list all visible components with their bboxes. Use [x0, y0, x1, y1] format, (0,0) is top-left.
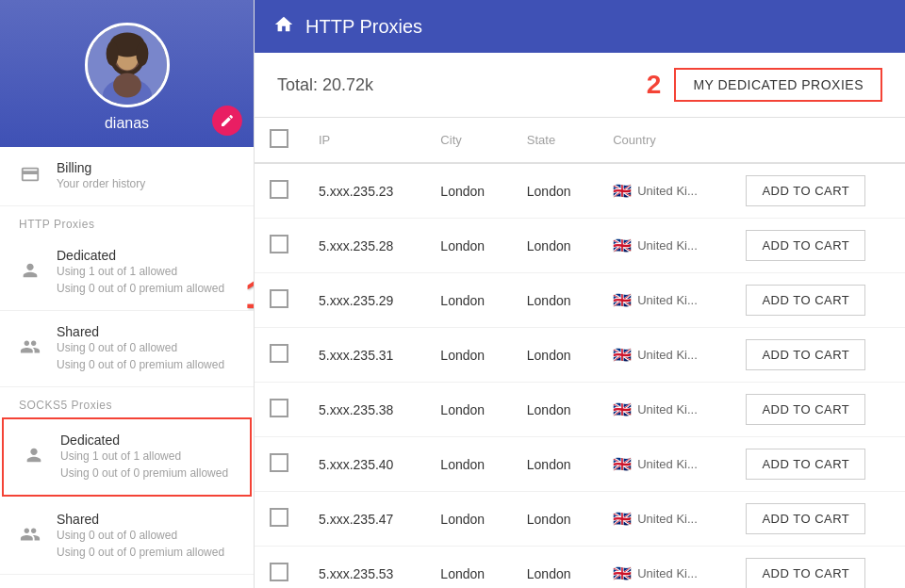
row-checkbox-5[interactable]	[270, 453, 288, 472]
avatar[interactable]	[85, 23, 170, 107]
country-name-2: United Ki...	[637, 293, 698, 307]
country-name-4: United Ki...	[637, 402, 698, 416]
country-name-7: United Ki...	[637, 566, 698, 580]
row-checkbox-3[interactable]	[270, 344, 288, 363]
col-checkbox	[255, 118, 304, 163]
row-country-0: 🇬🇧 United Ki...	[598, 163, 731, 219]
row-checkbox-cell	[255, 383, 304, 437]
socks5-dedicated-line2: Using 0 out of 0 premium allowed	[60, 465, 228, 482]
http-dedicated-icon	[19, 260, 41, 286]
username-label: dianas	[105, 115, 149, 132]
svg-point-8	[113, 73, 141, 97]
flag-7: 🇬🇧	[613, 564, 632, 582]
edit-profile-button[interactable]	[212, 106, 242, 136]
content-area: Total: 20.72k 2 MY DEDICATED PROXIES IP …	[255, 53, 905, 588]
http-shared-text: Shared Using 0 out of 0 allowed Using 0 …	[57, 324, 224, 373]
row-ip-5: 5.xxx.235.40	[304, 437, 425, 492]
table-row: 5.xxx.235.23 London London 🇬🇧 United Ki.…	[255, 163, 905, 219]
section-socks5-proxies: SOCKS5 Proxies	[0, 387, 254, 416]
my-dedicated-section: 2 MY DEDICATED PROXIES	[647, 68, 882, 102]
socks5-dedicated-icon	[23, 445, 45, 470]
country-name-1: United Ki...	[637, 238, 698, 253]
add-to-cart-button-4[interactable]: ADD TO CART	[746, 394, 865, 425]
row-checkbox-7[interactable]	[270, 563, 288, 581]
sidebar-item-billing[interactable]: Billing Your order history	[0, 147, 254, 206]
row-ip-6: 5.xxx.235.47	[304, 492, 425, 547]
col-country: Country	[598, 118, 731, 163]
row-checkbox-6[interactable]	[270, 508, 288, 527]
row-state-0: London	[512, 163, 598, 219]
add-to-cart-button-6[interactable]: ADD TO CART	[746, 503, 865, 534]
sidebar-item-socks5-dedicated[interactable]: Dedicated Using 1 out of 1 allowed Using…	[2, 417, 252, 497]
add-to-cart-button-2[interactable]: ADD TO CART	[746, 285, 865, 316]
sidebar: dianas Billing Your order history HTTP P…	[0, 0, 255, 588]
row-action-0: ADD TO CART	[731, 163, 905, 219]
row-checkbox-4[interactable]	[270, 399, 288, 417]
row-action-6: ADD TO CART	[731, 492, 905, 547]
table-row: 5.xxx.235.29 London London 🇬🇧 United Ki.…	[255, 273, 905, 328]
home-icon[interactable]	[273, 14, 294, 40]
sidebar-scrollable: Billing Your order history HTTP Proxies …	[0, 147, 254, 588]
content-header: Total: 20.72k 2 MY DEDICATED PROXIES	[255, 53, 905, 118]
row-city-1: London	[425, 219, 511, 273]
country-name-3: United Ki...	[637, 348, 698, 362]
row-checkbox-cell	[255, 437, 304, 492]
row-state-6: London	[512, 492, 598, 547]
row-state-2: London	[512, 273, 598, 328]
add-to-cart-button-1[interactable]: ADD TO CART	[746, 230, 865, 261]
http-shared-title: Shared	[57, 324, 224, 339]
row-checkbox-cell	[255, 328, 304, 383]
add-to-cart-button-7[interactable]: ADD TO CART	[746, 558, 865, 588]
billing-icon	[19, 164, 41, 189]
row-city-5: London	[425, 437, 511, 492]
flag-1: 🇬🇧	[613, 237, 632, 254]
step2-badge: 2	[647, 70, 662, 100]
main-content: HTTP Proxies Total: 20.72k 2 MY DEDICATE…	[255, 0, 905, 588]
socks5-dedicated-text: Dedicated Using 1 out of 1 allowed Using…	[60, 433, 228, 482]
add-to-cart-button-5[interactable]: ADD TO CART	[746, 449, 865, 480]
sidebar-item-http-dedicated[interactable]: Dedicated Using 1 out of 1 allowed Using…	[0, 235, 254, 311]
socks5-dedicated-line1: Using 1 out of 1 allowed	[60, 448, 228, 465]
socks5-shared-title: Shared	[57, 512, 224, 527]
row-checkbox-1[interactable]	[270, 235, 288, 253]
http-dedicated-line1: Using 1 out of 1 allowed	[57, 263, 224, 280]
my-dedicated-proxies-button[interactable]: MY DEDICATED PROXIES	[674, 68, 882, 102]
socks5-shared-line2: Using 0 out of 0 premium allowed	[57, 544, 224, 561]
select-all-checkbox[interactable]	[270, 129, 288, 148]
row-country-1: 🇬🇧 United Ki...	[598, 219, 731, 273]
socks5-shared-text: Shared Using 0 out of 0 allowed Using 0 …	[57, 512, 224, 561]
section-http-proxies: HTTP Proxies	[0, 206, 254, 235]
sidebar-item-socks5-shared[interactable]: Shared Using 0 out of 0 allowed Using 0 …	[0, 498, 254, 575]
country-name-0: United Ki...	[637, 184, 698, 198]
row-action-7: ADD TO CART	[731, 547, 905, 589]
row-checkbox-cell	[255, 219, 304, 273]
col-city: City	[425, 118, 511, 163]
row-checkbox-0[interactable]	[270, 180, 288, 199]
row-ip-7: 5.xxx.235.53	[304, 547, 425, 589]
svg-point-6	[136, 41, 148, 66]
table-header: IP City State Country	[255, 118, 905, 163]
row-ip-2: 5.xxx.235.29	[304, 273, 425, 328]
row-country-3: 🇬🇧 United Ki...	[598, 328, 731, 383]
table-row: 5.xxx.235.38 London London 🇬🇧 United Ki.…	[255, 383, 905, 437]
row-checkbox-cell	[255, 492, 304, 547]
row-city-4: London	[425, 383, 511, 437]
top-bar: HTTP Proxies	[255, 0, 905, 53]
country-name-6: United Ki...	[637, 512, 698, 526]
row-state-1: London	[512, 219, 598, 273]
add-to-cart-button-0[interactable]: ADD TO CART	[746, 175, 865, 206]
row-country-5: 🇬🇧 United Ki...	[598, 437, 731, 492]
row-country-2: 🇬🇧 United Ki...	[598, 273, 731, 328]
http-dedicated-text: Dedicated Using 1 out of 1 allowed Using…	[57, 248, 224, 297]
row-checkbox-2[interactable]	[270, 289, 288, 308]
row-action-4: ADD TO CART	[731, 383, 905, 437]
socks5-shared-line1: Using 0 out of 0 allowed	[57, 527, 224, 544]
row-action-3: ADD TO CART	[731, 328, 905, 383]
row-ip-4: 5.xxx.235.38	[304, 383, 425, 437]
add-to-cart-button-3[interactable]: ADD TO CART	[746, 339, 865, 370]
flag-3: 🇬🇧	[613, 346, 632, 364]
sidebar-item-http-shared[interactable]: Shared Using 0 out of 0 allowed Using 0 …	[0, 311, 254, 387]
http-dedicated-line2: Using 0 out of 0 premium allowed	[57, 280, 224, 297]
sidebar-header: dianas	[0, 0, 254, 147]
http-shared-line2: Using 0 out of 0 premium allowed	[57, 356, 224, 373]
